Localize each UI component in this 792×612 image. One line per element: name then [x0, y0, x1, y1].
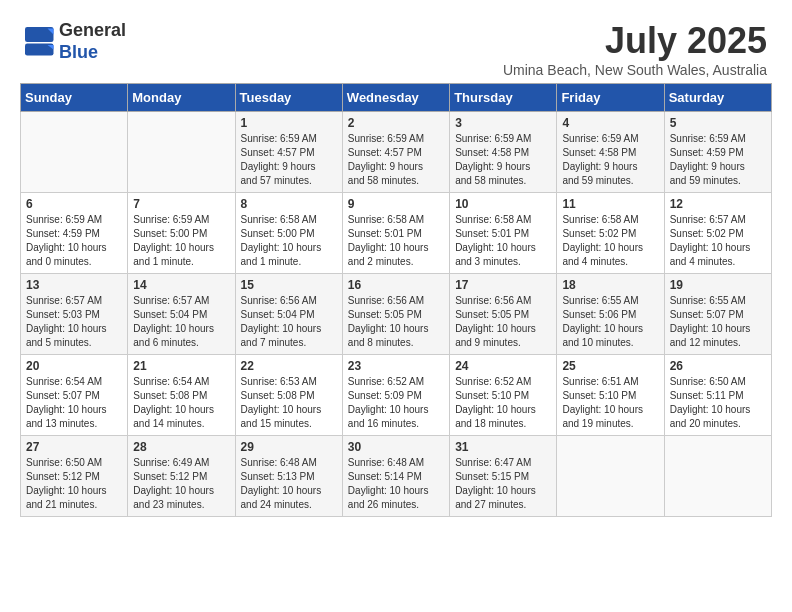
day-info: Sunrise: 6:59 AM Sunset: 4:57 PM Dayligh… [348, 132, 444, 188]
day-number: 4 [562, 116, 658, 130]
day-cell: 17Sunrise: 6:56 AM Sunset: 5:05 PM Dayli… [450, 274, 557, 355]
week-row-3: 13Sunrise: 6:57 AM Sunset: 5:03 PM Dayli… [21, 274, 772, 355]
day-info: Sunrise: 6:57 AM Sunset: 5:02 PM Dayligh… [670, 213, 766, 269]
day-cell: 11Sunrise: 6:58 AM Sunset: 5:02 PM Dayli… [557, 193, 664, 274]
day-info: Sunrise: 6:57 AM Sunset: 5:03 PM Dayligh… [26, 294, 122, 350]
day-number: 7 [133, 197, 229, 211]
day-cell: 3Sunrise: 6:59 AM Sunset: 4:58 PM Daylig… [450, 112, 557, 193]
day-cell: 16Sunrise: 6:56 AM Sunset: 5:05 PM Dayli… [342, 274, 449, 355]
day-info: Sunrise: 6:59 AM Sunset: 4:58 PM Dayligh… [562, 132, 658, 188]
day-info: Sunrise: 6:47 AM Sunset: 5:15 PM Dayligh… [455, 456, 551, 512]
day-cell: 14Sunrise: 6:57 AM Sunset: 5:04 PM Dayli… [128, 274, 235, 355]
day-cell: 31Sunrise: 6:47 AM Sunset: 5:15 PM Dayli… [450, 436, 557, 517]
day-info: Sunrise: 6:52 AM Sunset: 5:10 PM Dayligh… [455, 375, 551, 431]
logo-line2: Blue [59, 42, 126, 64]
day-number: 12 [670, 197, 766, 211]
day-info: Sunrise: 6:59 AM Sunset: 5:00 PM Dayligh… [133, 213, 229, 269]
day-number: 17 [455, 278, 551, 292]
day-cell: 2Sunrise: 6:59 AM Sunset: 4:57 PM Daylig… [342, 112, 449, 193]
day-info: Sunrise: 6:59 AM Sunset: 4:59 PM Dayligh… [26, 213, 122, 269]
day-number: 16 [348, 278, 444, 292]
day-number: 15 [241, 278, 337, 292]
day-cell: 20Sunrise: 6:54 AM Sunset: 5:07 PM Dayli… [21, 355, 128, 436]
day-number: 30 [348, 440, 444, 454]
day-info: Sunrise: 6:53 AM Sunset: 5:08 PM Dayligh… [241, 375, 337, 431]
day-info: Sunrise: 6:55 AM Sunset: 5:07 PM Dayligh… [670, 294, 766, 350]
day-info: Sunrise: 6:58 AM Sunset: 5:01 PM Dayligh… [455, 213, 551, 269]
day-cell: 27Sunrise: 6:50 AM Sunset: 5:12 PM Dayli… [21, 436, 128, 517]
weekday-header-wednesday: Wednesday [342, 84, 449, 112]
day-info: Sunrise: 6:50 AM Sunset: 5:11 PM Dayligh… [670, 375, 766, 431]
day-number: 18 [562, 278, 658, 292]
day-info: Sunrise: 6:54 AM Sunset: 5:07 PM Dayligh… [26, 375, 122, 431]
day-info: Sunrise: 6:58 AM Sunset: 5:01 PM Dayligh… [348, 213, 444, 269]
day-info: Sunrise: 6:48 AM Sunset: 5:13 PM Dayligh… [241, 456, 337, 512]
weekday-header-thursday: Thursday [450, 84, 557, 112]
day-cell: 21Sunrise: 6:54 AM Sunset: 5:08 PM Dayli… [128, 355, 235, 436]
weekday-header-row: SundayMondayTuesdayWednesdayThursdayFrid… [21, 84, 772, 112]
day-number: 10 [455, 197, 551, 211]
day-cell [21, 112, 128, 193]
day-cell [664, 436, 771, 517]
day-cell: 13Sunrise: 6:57 AM Sunset: 5:03 PM Dayli… [21, 274, 128, 355]
day-cell: 7Sunrise: 6:59 AM Sunset: 5:00 PM Daylig… [128, 193, 235, 274]
day-info: Sunrise: 6:51 AM Sunset: 5:10 PM Dayligh… [562, 375, 658, 431]
day-cell [557, 436, 664, 517]
title-block: July 2025 Umina Beach, New South Wales, … [503, 20, 767, 78]
day-info: Sunrise: 6:59 AM Sunset: 4:57 PM Dayligh… [241, 132, 337, 188]
day-number: 9 [348, 197, 444, 211]
day-info: Sunrise: 6:56 AM Sunset: 5:05 PM Dayligh… [348, 294, 444, 350]
day-info: Sunrise: 6:55 AM Sunset: 5:06 PM Dayligh… [562, 294, 658, 350]
day-info: Sunrise: 6:48 AM Sunset: 5:14 PM Dayligh… [348, 456, 444, 512]
day-info: Sunrise: 6:56 AM Sunset: 5:05 PM Dayligh… [455, 294, 551, 350]
day-info: Sunrise: 6:49 AM Sunset: 5:12 PM Dayligh… [133, 456, 229, 512]
week-row-2: 6Sunrise: 6:59 AM Sunset: 4:59 PM Daylig… [21, 193, 772, 274]
day-cell: 9Sunrise: 6:58 AM Sunset: 5:01 PM Daylig… [342, 193, 449, 274]
day-number: 23 [348, 359, 444, 373]
day-cell: 25Sunrise: 6:51 AM Sunset: 5:10 PM Dayli… [557, 355, 664, 436]
day-number: 24 [455, 359, 551, 373]
week-row-4: 20Sunrise: 6:54 AM Sunset: 5:07 PM Dayli… [21, 355, 772, 436]
day-cell: 8Sunrise: 6:58 AM Sunset: 5:00 PM Daylig… [235, 193, 342, 274]
day-cell: 30Sunrise: 6:48 AM Sunset: 5:14 PM Dayli… [342, 436, 449, 517]
day-number: 8 [241, 197, 337, 211]
weekday-header-saturday: Saturday [664, 84, 771, 112]
day-info: Sunrise: 6:56 AM Sunset: 5:04 PM Dayligh… [241, 294, 337, 350]
day-info: Sunrise: 6:59 AM Sunset: 4:59 PM Dayligh… [670, 132, 766, 188]
day-cell: 15Sunrise: 6:56 AM Sunset: 5:04 PM Dayli… [235, 274, 342, 355]
weekday-header-monday: Monday [128, 84, 235, 112]
day-number: 3 [455, 116, 551, 130]
location: Umina Beach, New South Wales, Australia [503, 62, 767, 78]
day-cell: 6Sunrise: 6:59 AM Sunset: 4:59 PM Daylig… [21, 193, 128, 274]
day-number: 26 [670, 359, 766, 373]
day-number: 19 [670, 278, 766, 292]
logo-line1: General [59, 20, 126, 42]
day-number: 21 [133, 359, 229, 373]
day-cell: 29Sunrise: 6:48 AM Sunset: 5:13 PM Dayli… [235, 436, 342, 517]
day-number: 2 [348, 116, 444, 130]
calendar-table: SundayMondayTuesdayWednesdayThursdayFrid… [20, 83, 772, 517]
day-number: 28 [133, 440, 229, 454]
day-cell: 24Sunrise: 6:52 AM Sunset: 5:10 PM Dayli… [450, 355, 557, 436]
day-number: 1 [241, 116, 337, 130]
day-cell: 4Sunrise: 6:59 AM Sunset: 4:58 PM Daylig… [557, 112, 664, 193]
day-cell: 18Sunrise: 6:55 AM Sunset: 5:06 PM Dayli… [557, 274, 664, 355]
day-info: Sunrise: 6:58 AM Sunset: 5:02 PM Dayligh… [562, 213, 658, 269]
day-cell: 10Sunrise: 6:58 AM Sunset: 5:01 PM Dayli… [450, 193, 557, 274]
day-info: Sunrise: 6:54 AM Sunset: 5:08 PM Dayligh… [133, 375, 229, 431]
day-number: 6 [26, 197, 122, 211]
day-cell: 23Sunrise: 6:52 AM Sunset: 5:09 PM Dayli… [342, 355, 449, 436]
day-info: Sunrise: 6:52 AM Sunset: 5:09 PM Dayligh… [348, 375, 444, 431]
day-number: 25 [562, 359, 658, 373]
day-number: 20 [26, 359, 122, 373]
weekday-header-tuesday: Tuesday [235, 84, 342, 112]
day-number: 5 [670, 116, 766, 130]
day-cell: 19Sunrise: 6:55 AM Sunset: 5:07 PM Dayli… [664, 274, 771, 355]
week-row-1: 1Sunrise: 6:59 AM Sunset: 4:57 PM Daylig… [21, 112, 772, 193]
day-cell: 22Sunrise: 6:53 AM Sunset: 5:08 PM Dayli… [235, 355, 342, 436]
day-cell: 26Sunrise: 6:50 AM Sunset: 5:11 PM Dayli… [664, 355, 771, 436]
logo: General Blue [25, 20, 126, 63]
day-number: 31 [455, 440, 551, 454]
day-info: Sunrise: 6:58 AM Sunset: 5:00 PM Dayligh… [241, 213, 337, 269]
day-number: 27 [26, 440, 122, 454]
